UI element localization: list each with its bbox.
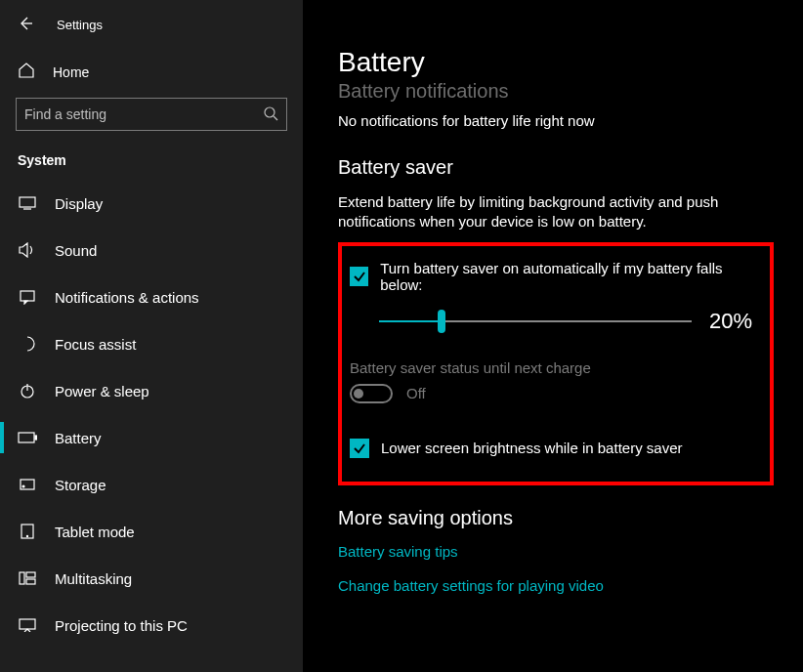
notifications-heading-cutoff: Battery notifications — [338, 80, 774, 103]
status-toggle-row: Off — [350, 384, 752, 403]
svg-rect-11 — [26, 572, 35, 577]
focus-assist-icon — [18, 336, 37, 352]
checkbox-checked-icon[interactable] — [350, 267, 368, 286]
sidebar-item-label: Projecting to this PC — [55, 617, 188, 634]
tablet-icon — [18, 524, 37, 539]
sidebar-item-power-sleep[interactable]: Power & sleep — [0, 367, 303, 414]
search-icon — [263, 105, 278, 124]
title-bar: Settings — [0, 16, 303, 52]
more-saving-heading: More saving options — [338, 507, 774, 529]
notifications-empty-text: No notifications for battery life right … — [338, 112, 774, 129]
checkbox-checked-icon[interactable] — [350, 439, 369, 458]
projecting-icon — [18, 618, 37, 632]
storage-icon — [18, 477, 37, 492]
search-box[interactable] — [16, 98, 287, 131]
sidebar-item-label: Power & sleep — [55, 383, 149, 399]
sidebar-item-battery[interactable]: Battery — [0, 414, 303, 461]
svg-rect-6 — [21, 480, 34, 489]
sidebar-item-tablet-mode[interactable]: Tablet mode — [0, 508, 303, 555]
display-icon — [18, 196, 37, 210]
svg-rect-10 — [20, 572, 24, 584]
toggle-knob — [354, 389, 363, 399]
sidebar-item-storage[interactable]: Storage — [0, 461, 303, 508]
svg-rect-2 — [21, 291, 34, 301]
svg-point-0 — [265, 107, 275, 117]
svg-point-9 — [26, 535, 27, 536]
sidebar-item-display[interactable]: Display — [0, 180, 303, 227]
sidebar-item-label: Focus assist — [55, 336, 136, 353]
toggle-state-text: Off — [406, 385, 426, 401]
lower-brightness-checkbox-row[interactable]: Lower screen brightness while in battery… — [350, 439, 752, 458]
svg-rect-13 — [20, 619, 35, 629]
slider-track-fill — [379, 320, 442, 322]
sidebar-item-label: Storage — [55, 477, 106, 493]
sidebar-item-label: Multitasking — [55, 570, 132, 587]
status-toggle[interactable] — [350, 384, 393, 403]
highlighted-region: Turn battery saver on automatically if m… — [338, 242, 774, 485]
home-label: Home — [53, 64, 89, 80]
sidebar-item-home[interactable]: Home — [0, 52, 303, 92]
svg-point-7 — [22, 485, 24, 487]
sidebar-item-notifications[interactable]: Notifications & actions — [0, 273, 303, 320]
link-video-settings[interactable]: Change battery settings for playing vide… — [338, 577, 774, 594]
svg-rect-12 — [26, 579, 35, 584]
more-saving-links: Battery saving tips Change battery setti… — [338, 543, 774, 594]
svg-rect-5 — [35, 436, 37, 440]
battery-saver-heading: Battery saver — [338, 156, 774, 179]
svg-rect-1 — [20, 197, 35, 207]
sidebar-item-multitasking[interactable]: Multitasking — [0, 555, 303, 602]
auto-on-checkbox-row[interactable]: Turn battery saver on automatically if m… — [350, 260, 752, 293]
search-input[interactable] — [24, 106, 263, 122]
sidebar-item-label: Notifications & actions — [55, 289, 199, 306]
threshold-value: 20% — [709, 309, 752, 334]
link-battery-tips[interactable]: Battery saving tips — [338, 543, 774, 560]
svg-rect-4 — [19, 433, 34, 442]
threshold-slider[interactable] — [379, 312, 692, 331]
notifications-icon — [18, 289, 37, 305]
sidebar-item-projecting[interactable]: Projecting to this PC — [0, 602, 303, 649]
main-panel: Battery Battery notifications No notific… — [303, 0, 803, 672]
sidebar-item-sound[interactable]: Sound — [0, 227, 303, 273]
sidebar-item-label: Tablet mode — [55, 524, 135, 540]
lower-brightness-label: Lower screen brightness while in battery… — [381, 440, 682, 456]
multitasking-icon — [18, 571, 37, 585]
power-icon — [18, 383, 37, 399]
home-icon — [18, 62, 35, 82]
auto-on-label: Turn battery saver on automatically if m… — [380, 260, 752, 293]
sidebar-nav: Display Sound Notifications & actions Fo… — [0, 180, 303, 649]
status-until-charge-label: Battery saver status until next charge — [350, 359, 752, 376]
sidebar-item-label: Sound — [55, 242, 97, 259]
sidebar-item-focus-assist[interactable]: Focus assist — [0, 320, 303, 367]
battery-icon — [18, 432, 37, 443]
sound-icon — [18, 242, 37, 258]
battery-saver-desc: Extend battery life by limiting backgrou… — [338, 192, 748, 232]
sidebar-group-label: System — [0, 145, 303, 180]
window-title: Settings — [57, 18, 103, 32]
threshold-slider-row: 20% — [350, 309, 752, 334]
sidebar-item-label: Display — [55, 195, 103, 212]
sidebar-item-label: Battery — [55, 430, 102, 446]
slider-thumb[interactable] — [438, 310, 445, 333]
back-icon[interactable] — [18, 16, 33, 34]
settings-sidebar: Settings Home System Display — [0, 0, 303, 672]
page-title: Battery — [338, 47, 774, 78]
